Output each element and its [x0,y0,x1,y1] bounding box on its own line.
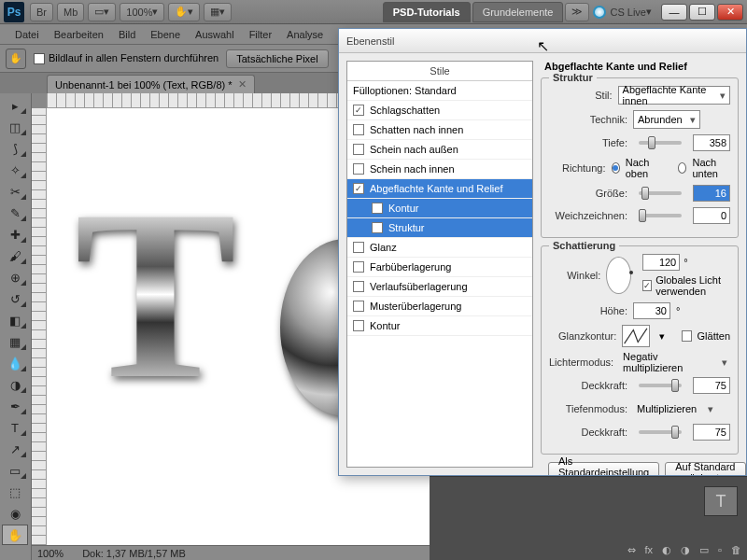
style-item[interactable]: Schatten nach innen [347,120,532,140]
actual-pixels-button[interactable]: Tatsächliche Pixel [226,49,328,68]
nach-unten-radio[interactable] [678,162,686,174]
style-checkbox[interactable] [353,242,364,253]
eyedropper-tool[interactable]: ✎ [2,203,28,223]
stil-select[interactable]: Abgeflachte Kante innen [618,86,730,105]
style-item[interactable]: Schein nach außen [347,140,532,160]
mask-icon[interactable]: ◐ [662,544,671,556]
tiefe-value[interactable]: 358 [693,134,730,151]
hoehe-value[interactable]: 30 [633,302,670,319]
groesse-slider[interactable] [639,191,682,195]
style-item[interactable]: Kontur [347,199,532,218]
deckkraft2-slider[interactable] [639,430,682,434]
fx-icon[interactable]: fx [645,544,654,556]
wand-tool[interactable]: ✧ [2,160,28,180]
close-icon[interactable]: ✕ [238,78,247,91]
style-item[interactable]: Verlaufsüberlagerung [347,277,532,297]
style-checkbox[interactable] [353,320,364,331]
tiefenmodus-select[interactable]: Multiplizieren [633,399,717,418]
workspace-tab-psd[interactable]: PSD-Tutorials [383,2,471,22]
glaetten-checkbox[interactable] [682,330,692,342]
link-icon[interactable]: ⇔ [627,544,636,556]
crop-tool[interactable]: ✂ [2,181,28,202]
new-icon[interactable]: ▫ [718,544,722,556]
style-checkbox[interactable] [353,301,364,312]
style-item[interactable]: Schlagschatten [347,101,532,120]
weich-value[interactable]: 0 [693,207,730,224]
ruler-vertical[interactable] [32,108,47,545]
history-brush-tool[interactable]: ↺ [2,288,28,309]
folder-icon[interactable]: ▭ [699,544,709,556]
menu-datei[interactable]: Datei [7,29,47,40]
maximize-button[interactable]: ☐ [689,4,715,21]
style-checkbox[interactable] [353,163,364,175]
menu-analyse[interactable]: Analyse [279,29,331,40]
deckkraft1-slider[interactable] [639,384,682,387]
brush-tool[interactable]: 🖌 [2,245,28,266]
angle-dial[interactable] [606,257,631,294]
style-item[interactable]: Struktur [347,218,532,238]
reset-default-button[interactable]: Auf Standard zurücksetzen [665,462,746,475]
style-item[interactable]: Musterüberlagerung [347,297,532,316]
path-tool[interactable]: ↗ [2,439,28,459]
status-zoom[interactable]: 100% [37,548,63,559]
more-workspaces[interactable]: ≫ [565,3,589,21]
style-checkbox[interactable] [372,222,383,233]
dodge-tool[interactable]: ◑ [2,374,28,395]
style-checkbox[interactable] [353,144,364,155]
style-checkbox[interactable] [372,203,383,214]
blur-tool[interactable]: 💧 [2,353,28,373]
arrange-button[interactable]: ▦▾ [204,3,232,21]
global-light-checkbox[interactable] [642,280,652,291]
style-checkbox[interactable] [353,183,364,194]
layer-thumb[interactable]: T [704,486,738,516]
deckkraft2-value[interactable]: 75 [693,424,730,441]
marquee-tool[interactable]: ◫ [2,117,28,137]
type-tool[interactable]: T [2,417,28,438]
pen-tool[interactable]: ✒ [2,396,28,416]
shape-tool[interactable]: ▭ [2,460,28,481]
minimize-button[interactable]: — [661,4,687,21]
nach-oben-radio[interactable] [612,162,620,174]
eraser-tool[interactable]: ◧ [2,310,28,330]
cs-live-button[interactable]: CS Live ▾ [593,6,652,19]
tiefe-slider[interactable] [639,141,682,145]
deckkraft1-value[interactable]: 75 [693,377,730,394]
screenmode-button[interactable]: ▭▾ [88,3,116,21]
document-tab[interactable]: Unbenannt-1 bei 100% (Text, RGB/8) *✕ [47,75,255,93]
status-docsize[interactable]: Dok: 1,37 MB/1,57 MB [82,548,186,559]
menu-filter[interactable]: Filter [242,29,279,40]
style-checkbox[interactable] [353,281,364,292]
menu-bearbeiten[interactable]: Bearbeiten [47,29,111,40]
style-item[interactable]: Farbüberlagerung [347,258,532,277]
hand-tool-icon[interactable]: ✋ [6,49,26,69]
hand-tool[interactable]: ✋ [2,525,28,545]
menu-ebene[interactable]: Ebene [143,29,188,40]
close-button[interactable]: ✕ [717,4,743,21]
workspace-tab-grund[interactable]: Grundelemente [472,2,564,22]
style-item[interactable]: Fülloptionen: Standard [347,81,532,101]
style-checkbox[interactable] [353,261,364,273]
trash-icon[interactable]: 🗑 [731,544,741,556]
bridge-button[interactable]: Br [30,3,53,21]
heal-tool[interactable]: ✚ [2,224,28,245]
lichtermodus-select[interactable]: Negativ multiplizieren [619,353,731,371]
dialog-title[interactable]: Ebenenstil [339,29,746,53]
gradient-tool[interactable]: ▦ [2,331,28,352]
zoom-level[interactable]: 100% ▾ [120,3,164,21]
style-checkbox[interactable] [353,124,364,135]
scroll-all-checkbox[interactable]: Bildlauf in allen Fenstern durchführen [34,52,218,64]
glanzkontur-picker[interactable] [622,325,650,347]
set-default-button[interactable]: Als Standardeinstellung festlegen [548,462,659,475]
minibridge-button[interactable]: Mb [57,3,84,21]
adjust-icon[interactable]: ◑ [681,544,690,556]
style-item[interactable]: Abgeflachte Kante und Relief [347,179,532,199]
weich-slider[interactable] [639,214,682,217]
style-item[interactable]: Schein nach innen [347,160,532,179]
3d-camera-tool[interactable]: ◉ [2,503,28,524]
stamp-tool[interactable]: ⊕ [2,267,28,287]
menu-auswahl[interactable]: Auswahl [188,29,242,40]
style-checkbox[interactable] [353,105,364,116]
technik-select[interactable]: Abrunden [633,110,700,129]
move-tool[interactable]: ▸ [2,95,28,116]
winkel-value[interactable]: 120 [642,254,680,271]
